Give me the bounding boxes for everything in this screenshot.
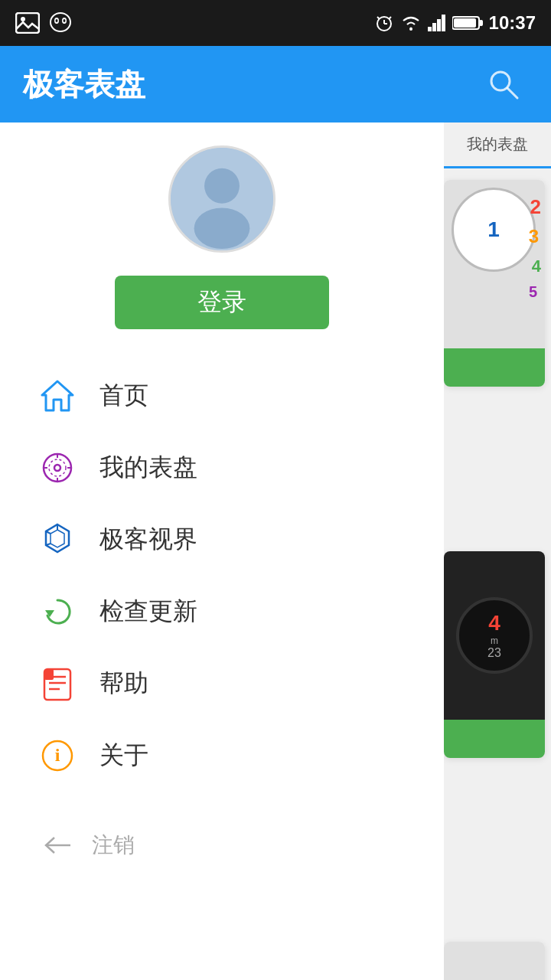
menu-item-home[interactable]: 首页 [0,360,444,432]
help-icon [38,665,77,703]
home-icon [38,377,77,415]
status-bar-right: 10:37 [374,12,536,34]
geek-icon [38,521,77,559]
drawer-body: 登录 首页 [0,122,444,980]
menu-item-my-dial[interactable]: 我的表盘 [0,432,444,504]
my-dial-tab[interactable]: 我的表盘 [444,122,551,168]
login-button[interactable]: 登录 [115,276,329,329]
menu-item-check-update[interactable]: 检查更新 [0,576,444,648]
search-icon[interactable] [487,67,520,101]
bg-card-2: 4 m 23 [444,551,545,758]
gallery-icon [15,12,40,34]
svg-rect-18 [479,20,483,26]
menu-item-geek-view[interactable]: 极客视界 [0,504,444,576]
drawer-header: 极客表盘 [0,46,444,122]
dial-icon [38,449,77,487]
cancel-item[interactable]: 注销 [0,807,444,884]
drawer: 极客表盘 登录 首页 [0,46,444,980]
menu-item-about[interactable]: i 关于 [0,720,444,792]
svg-point-27 [54,465,60,471]
status-time: 10:37 [489,12,536,34]
menu-list: 首页 我的表盘 [0,360,444,792]
svg-rect-14 [432,23,436,31]
avatar [168,145,276,253]
bg-card-2-image: 4 m 23 [444,551,545,720]
drawer-title: 极客表盘 [23,64,145,106]
menu-label-check-update: 检查更新 [99,595,197,629]
refresh-icon [38,593,77,631]
menu-label-about: 关于 [99,739,148,773]
battery-icon [452,15,483,31]
bg-card-1-btn[interactable] [444,348,545,387]
back-arrow-icon [38,826,77,864]
bg-card-2-btn[interactable] [444,720,545,758]
svg-rect-15 [437,19,441,31]
svg-point-6 [64,19,66,22]
svg-line-11 [389,17,391,19]
menu-label-home: 首页 [99,379,148,413]
status-bar: 10:37 [0,0,551,46]
bg-card-3-image [444,942,545,980]
svg-point-32 [49,459,66,476]
menu-label-geek-view: 极客视界 [99,523,197,557]
svg-rect-43 [44,669,54,680]
cancel-label: 注销 [92,831,135,860]
svg-rect-13 [428,27,432,31]
bg-card-1-image: 1 2 3 4 5 [444,180,545,348]
bg-card-1: 1 2 3 4 5 [444,180,545,387]
svg-point-23 [204,168,240,204]
svg-rect-0 [16,13,39,33]
svg-point-1 [21,17,25,21]
menu-label-my-dial: 我的表盘 [99,451,197,485]
svg-line-10 [377,17,380,19]
avatar-silhouette [171,145,273,253]
svg-point-12 [409,28,412,31]
svg-marker-25 [42,381,73,410]
svg-line-21 [507,88,517,98]
info-icon: i [38,737,77,775]
svg-point-5 [56,19,58,22]
mascot-icon [49,11,72,34]
svg-text:i: i [55,745,60,765]
svg-rect-19 [454,18,476,28]
svg-marker-34 [51,530,64,547]
menu-label-help: 帮助 [99,667,148,701]
wifi-icon [400,15,422,31]
menu-item-help[interactable]: 帮助 [0,648,444,720]
alarm-icon [374,13,394,33]
svg-point-24 [194,207,250,249]
bg-card-3 [444,942,545,980]
signal-icon [428,15,446,31]
status-bar-left [15,11,72,34]
svg-point-26 [44,454,71,482]
svg-rect-16 [442,15,445,31]
tab-label: 我的表盘 [467,134,528,155]
svg-point-2 [51,13,70,31]
